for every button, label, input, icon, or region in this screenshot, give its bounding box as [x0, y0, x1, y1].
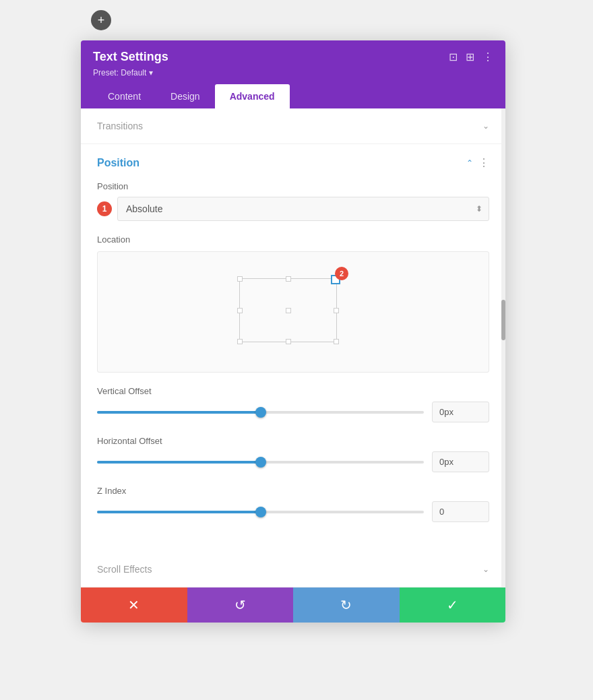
pos-dot-br[interactable] — [334, 339, 339, 344]
pos-dot-mc[interactable] — [286, 308, 291, 313]
undo-button[interactable]: ↺ — [187, 587, 294, 623]
modal-title: Text Settings — [93, 50, 168, 64]
pos-dot-tc[interactable] — [286, 276, 291, 282]
scroll-effects-chevron: ⌄ — [482, 565, 489, 574]
vertical-offset-label: Vertical Offset — [97, 386, 489, 396]
position-select-wrapper: 1 Default Static Relative Absolute Fixed… — [97, 197, 489, 221]
preset-selector[interactable]: Preset: Default ▾ — [93, 68, 493, 77]
z-index-row: Z Index 0 — [97, 486, 489, 522]
vertical-offset-row: Vertical Offset 0px — [97, 386, 489, 422]
more-icon[interactable]: ⋮ — [482, 51, 493, 63]
pos-dot-bl[interactable] — [237, 339, 243, 344]
location-box[interactable]: 2 — [97, 251, 489, 373]
modal-container: Text Settings ⊡ ⊞ ⋮ Preset: Default ▾ Co… — [81, 40, 505, 623]
tab-content[interactable]: Content — [93, 84, 156, 108]
position-more-icon[interactable]: ⋮ — [478, 156, 489, 169]
active-position-indicator: 2 — [331, 275, 340, 284]
position-section-header: Position ⌃ ⋮ — [97, 156, 489, 169]
modal-header: Text Settings ⊡ ⊞ ⋮ Preset: Default ▾ Co… — [81, 40, 505, 108]
responsive-icon[interactable]: ⊡ — [449, 51, 458, 63]
modal-body: Transitions ⌄ Position ⌃ ⋮ Position — [81, 108, 505, 587]
vertical-offset-input[interactable]: 0px — [432, 402, 489, 422]
scrollbar-track — [501, 108, 505, 587]
position-section: Position ⌃ ⋮ Position 1 Default Static R… — [81, 144, 505, 552]
horizontal-offset-slider[interactable] — [97, 461, 424, 464]
scrollbar-thumb[interactable] — [501, 300, 505, 340]
scroll-effects-section: Scroll Effects ⌄ — [81, 552, 505, 587]
position-select[interactable]: Default Static Relative Absolute Fixed — [117, 197, 489, 221]
position-section-title: Position — [97, 157, 139, 169]
z-index-slider[interactable] — [97, 511, 424, 513]
scroll-effects-header[interactable]: Scroll Effects ⌄ — [97, 564, 489, 575]
pos-dot-bc[interactable] — [286, 339, 291, 344]
transitions-section: Transitions ⌄ — [81, 108, 505, 144]
position-field-label: Position — [97, 181, 489, 191]
z-index-label: Z Index — [97, 486, 489, 496]
pos-dot-tl[interactable] — [237, 276, 243, 282]
add-button[interactable]: + — [91, 10, 111, 30]
pos-dot-ml[interactable] — [237, 308, 243, 313]
location-label: Location — [97, 234, 489, 245]
z-index-input[interactable]: 0 — [432, 501, 489, 522]
horizontal-offset-control: 0px — [97, 451, 489, 472]
tabs-bar: Content Design Advanced — [93, 84, 493, 108]
transitions-chevron: ⌄ — [482, 121, 489, 131]
transitions-title: Transitions — [97, 121, 143, 131]
confirm-button[interactable]: ✓ — [400, 587, 506, 623]
tab-advanced[interactable]: Advanced — [215, 84, 290, 108]
cancel-button[interactable]: ✕ — [81, 587, 187, 623]
position-section-controls: ⌃ ⋮ — [466, 156, 489, 169]
badge-2: 2 — [335, 267, 348, 280]
horizontal-offset-label: Horizontal Offset — [97, 436, 489, 446]
z-index-control: 0 — [97, 501, 489, 522]
vertical-offset-slider[interactable] — [97, 411, 424, 414]
header-icons: ⊡ ⊞ ⋮ — [449, 51, 493, 63]
transitions-header[interactable]: Transitions ⌄ — [97, 121, 489, 131]
tab-design[interactable]: Design — [156, 84, 215, 108]
horizontal-offset-row: Horizontal Offset 0px — [97, 436, 489, 472]
position-diagram: 2 — [239, 278, 337, 342]
scroll-effects-title: Scroll Effects — [97, 564, 152, 575]
position-collapse-icon[interactable]: ⌃ — [466, 158, 473, 168]
columns-icon[interactable]: ⊞ — [466, 51, 474, 63]
vertical-offset-control: 0px — [97, 402, 489, 422]
location-diagram: 2 — [239, 278, 347, 346]
pos-dot-mr[interactable] — [334, 308, 339, 313]
modal-footer: ✕ ↺ ↻ ✓ — [81, 587, 505, 623]
horizontal-offset-input[interactable]: 0px — [432, 451, 489, 472]
badge-1: 1 — [97, 201, 112, 216]
redo-button[interactable]: ↻ — [293, 587, 400, 623]
